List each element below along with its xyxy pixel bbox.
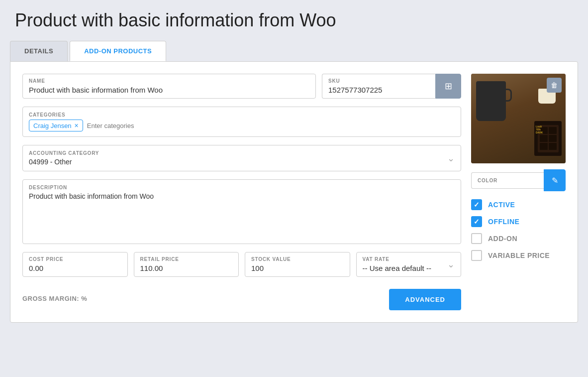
- color-edit-button[interactable]: ✎: [544, 169, 566, 191]
- stock-value-field[interactable]: STOCK VALUE 100: [245, 252, 350, 277]
- offline-checkbox[interactable]: [471, 216, 482, 227]
- accounting-value: 04999 - Other: [29, 158, 99, 166]
- stock-value-label: STOCK VALUE: [251, 256, 344, 262]
- stock-value-value: 100: [251, 264, 344, 272]
- offline-label: OFFLINE: [488, 218, 519, 226]
- advanced-btn-row: ADVANCED: [389, 289, 461, 310]
- retail-price-value: 110.00: [140, 264, 233, 272]
- categories-inner: Craig Jensen ×: [29, 120, 455, 131]
- active-checkbox[interactable]: [471, 199, 482, 210]
- addon-checkbox[interactable]: [471, 233, 482, 244]
- checkbox-group: ACTIVE OFFLINE ADD-ON VARIABLE PRICE: [471, 199, 566, 261]
- categories-label: CATEGORIES: [29, 112, 455, 118]
- color-row: COLOR ✎: [471, 169, 566, 191]
- description-field[interactable]: DESCRIPTION Product with basic informati…: [22, 179, 461, 244]
- left-panel: NAME Product with basic information from…: [22, 74, 461, 310]
- checkbox-active[interactable]: ACTIVE: [471, 199, 566, 210]
- color-label: COLOR: [478, 178, 538, 183]
- advanced-button[interactable]: ADVANCED: [389, 289, 461, 310]
- accounting-inner: ACCOUNTING CATEGORY 04999 - Other: [29, 150, 99, 166]
- sku-input[interactable]: SKU 1527577307225: [322, 74, 435, 99]
- vat-rate-label: VAT RATE: [363, 256, 448, 262]
- trash-icon: 🗑: [551, 81, 558, 89]
- retail-price-field[interactable]: RETAIL PRICE 110.00: [134, 252, 239, 277]
- name-label: NAME: [29, 78, 309, 84]
- category-remove-button[interactable]: ×: [75, 122, 79, 129]
- retail-price-label: RETAIL PRICE: [140, 256, 233, 262]
- checkbox-addon[interactable]: ADD-ON: [471, 233, 566, 244]
- chocolate-bar-image: Lindt70%DARK: [534, 121, 562, 156]
- checkbox-offline[interactable]: OFFLINE: [471, 216, 566, 227]
- tabs-bar: DETAILS ADD-ON PRODUCTS: [10, 41, 578, 61]
- right-panel: Lindt70%DARK 🗑 COLOR ✎: [471, 74, 566, 310]
- main-content: NAME Product with basic information from…: [10, 61, 578, 323]
- coffee-mug-image: [476, 81, 506, 121]
- footer-row: GROSS MARGIN: % ADVANCED: [22, 285, 461, 310]
- checkbox-variable-price[interactable]: VARIABLE PRICE: [471, 250, 566, 261]
- page-title: Product with basic information from Woo: [10, 10, 578, 31]
- edit-icon: ✎: [552, 176, 558, 185]
- name-value: Product with basic information from Woo: [29, 86, 309, 94]
- sku-value: 1527577307225: [328, 86, 429, 94]
- category-tag: Craig Jensen ×: [29, 120, 83, 131]
- color-label-box: COLOR: [471, 172, 544, 189]
- sku-field: SKU 1527577307225 ⊞: [322, 74, 461, 99]
- description-value: Product with basic information from Woo: [29, 192, 455, 200]
- vat-chevron-down-icon: ⌄: [447, 259, 455, 270]
- sku-label: SKU: [328, 78, 429, 84]
- categories-field: CATEGORIES Craig Jensen ×: [22, 107, 461, 137]
- category-tag-name: Craig Jensen: [33, 122, 72, 129]
- prices-row: COST PRICE 0.00 RETAIL PRICE 110.00 STOC…: [22, 252, 461, 277]
- cost-price-value: 0.00: [29, 264, 121, 272]
- category-input[interactable]: [87, 122, 455, 129]
- accounting-label: ACCOUNTING CATEGORY: [29, 150, 99, 156]
- cost-price-label: COST PRICE: [29, 256, 121, 262]
- variable-price-label: VARIABLE PRICE: [488, 251, 550, 259]
- vat-rate-value: -- Use area default --: [363, 264, 448, 272]
- barcode-add-icon: ⊞: [445, 81, 452, 92]
- description-label: DESCRIPTION: [29, 185, 455, 190]
- addon-label: ADD-ON: [488, 235, 517, 243]
- vat-rate-field[interactable]: VAT RATE -- Use area default -- ⌄: [356, 252, 462, 277]
- variable-price-checkbox[interactable]: [471, 250, 482, 261]
- cost-price-field[interactable]: COST PRICE 0.00: [22, 252, 128, 277]
- gross-margin-label: GROSS MARGIN: %: [22, 295, 87, 302]
- chevron-down-icon: ⌄: [447, 153, 455, 164]
- tab-addon-products[interactable]: ADD-ON PRODUCTS: [70, 41, 166, 61]
- page-wrapper: Product with basic information from Woo …: [0, 0, 588, 377]
- active-label: ACTIVE: [488, 201, 515, 209]
- delete-image-button[interactable]: 🗑: [547, 78, 562, 93]
- sku-barcode-button[interactable]: ⊞: [435, 74, 461, 99]
- name-sku-row: NAME Product with basic information from…: [22, 74, 461, 99]
- product-image: Lindt70%DARK 🗑: [471, 74, 566, 163]
- name-field[interactable]: NAME Product with basic information from…: [22, 74, 316, 99]
- tab-details[interactable]: DETAILS: [10, 41, 68, 61]
- accounting-category-field[interactable]: ACCOUNTING CATEGORY 04999 - Other ⌄: [22, 145, 461, 171]
